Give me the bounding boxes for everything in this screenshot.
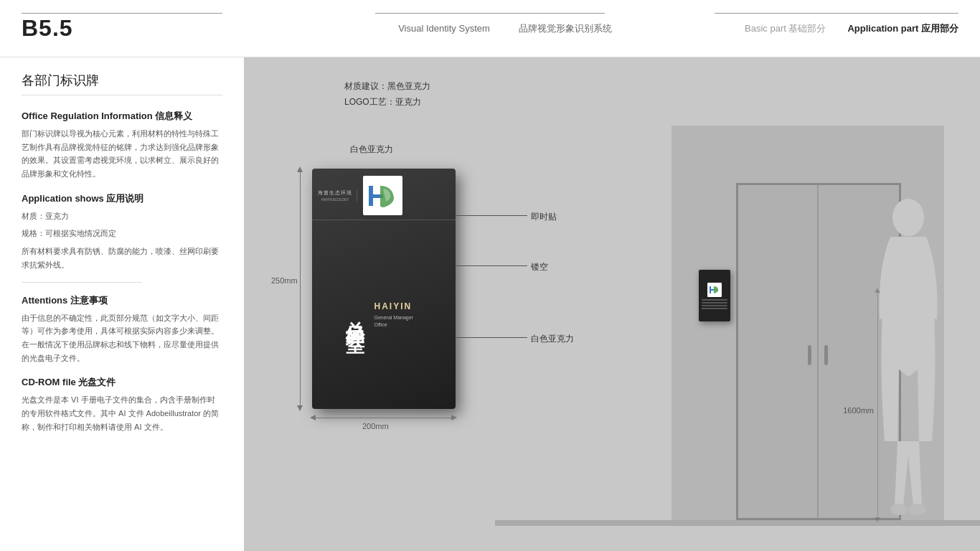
sign-company-block: 海茵生态环境 HAIYIN ECOLOGY [318, 189, 357, 202]
svg-rect-3 [710, 289, 715, 291]
sign-logo-svg [366, 180, 400, 212]
header-center-line [375, 13, 605, 14]
header-right-line [715, 13, 958, 14]
section2-line3: 所有材料要求具有防锈、防腐的能力，喷漆、丝网印刷要求抗紫外线。 [22, 245, 222, 271]
page-number: B5.5 [22, 15, 265, 42]
section2-heading: Application shows 应用说明 [22, 192, 222, 205]
svg-point-6 [909, 504, 926, 515]
dim-v-line [300, 169, 301, 409]
divider-1 [22, 282, 142, 283]
door-handle-left [808, 345, 811, 365]
sign-dept-cn-text: 总经理室 [344, 306, 369, 324]
svg-point-5 [890, 504, 908, 515]
right-panel: 材质建议：黑色亚克力 LOGO工艺：亚克力 白色亚克力 250mm 海茵生态环境… [244, 57, 980, 551]
header-center: Visual Identity System 品牌视觉形象识别系统 [265, 22, 745, 35]
main-section-title: 各部门标识牌 [22, 72, 222, 95]
dim-200-label: 200mm [362, 422, 389, 430]
annot-white-label: 白色亚克力 [531, 333, 574, 345]
sign-brand-name: HAIYIN [374, 301, 413, 311]
person-svg [876, 190, 941, 520]
material-line1: 材质建议：黑色亚克力 [344, 79, 430, 95]
material-line2: LOGO工艺：亚克力 [344, 95, 430, 110]
header-right: Basic part 基础部分 Application part 应用部分 [745, 22, 958, 35]
annot-loucao-line [456, 265, 527, 266]
section3-heading: Attentions 注意事项 [22, 294, 222, 307]
white-acrylic-top-label: 白色亚克力 [350, 143, 393, 156]
sign-header: 海茵生态环境 HAIYIN ECOLOGY [312, 169, 456, 220]
annot-jishi-line [456, 215, 527, 216]
vis-identity-title: Visual Identity System [398, 23, 490, 34]
section2-line1: 材质：亚克力 [22, 209, 222, 223]
floor-line [495, 520, 980, 526]
section4-heading: CD-ROM file 光盘文件 [22, 376, 222, 389]
header-top-line [22, 13, 222, 14]
section1-heading: Office Regulation Information 信息释义 [22, 110, 222, 123]
main-content: 各部门标识牌 Office Regulation Information 信息释… [0, 57, 980, 551]
sign-mockup: 海茵生态环境 HAIYIN ECOLOGY 总经理室 [312, 169, 456, 409]
section3-text: 由于信息的不确定性，此页部分规范（如文字大小、间距等）可作为参考使用，具体可根据… [22, 311, 222, 365]
sign-dept-en-text: General Manager Office [374, 314, 425, 329]
svg-point-4 [892, 199, 924, 236]
dim-1600-line [877, 291, 878, 520]
dim-1600-label: 1600mm [843, 406, 874, 415]
material-labels: 材质建议：黑色亚克力 LOGO工艺：亚克力 [344, 79, 430, 110]
dim-h-arrow-left [310, 415, 316, 420]
sign-body: 总经理室 HAIYIN General Manager Office [312, 220, 456, 409]
header-left: B5.5 [22, 15, 265, 42]
small-wall-sign [699, 270, 730, 321]
sign-logo-box [363, 176, 402, 215]
dim-v-arrow-bottom [297, 405, 303, 411]
door-handle-right [824, 345, 828, 365]
sign-company-en: HAIYIN ECOLOGY [321, 198, 349, 202]
app-part-label: Application part 应用部分 [847, 22, 958, 35]
dim-1600-arrow-bottom [875, 517, 880, 522]
person-silhouette [876, 190, 941, 520]
dim-250-label: 250mm [271, 276, 298, 285]
annot-jishi-label: 即时贴 [531, 211, 557, 223]
basic-part-label: Basic part 基础部分 [745, 22, 826, 35]
door-panel-left [738, 185, 819, 518]
sign-dept-info: HAIYIN General Manager Office [374, 301, 425, 329]
dim-1600-arrow-top [875, 288, 880, 293]
dim-v-arrow-top [297, 166, 303, 172]
sign-company-cn: 海茵生态环境 [318, 189, 352, 197]
annot-white-line [456, 337, 527, 338]
small-sign-logo [707, 283, 722, 297]
header: B5.5 Visual Identity System 品牌视觉形象识别系统 B… [0, 0, 980, 57]
annot-loucao-label: 镂空 [531, 261, 548, 273]
brand-cn-title: 品牌视觉形象识别系统 [519, 22, 612, 35]
small-sign-lines [702, 299, 727, 309]
left-panel: 各部门标识牌 Office Regulation Information 信息释… [0, 57, 244, 551]
section1-text: 部门标识牌以导视为核心元素，利用材料的特性与特殊工艺制作具有品牌视觉特征的铭牌，… [22, 127, 222, 181]
dim-h-line [312, 418, 456, 418]
section2-line2: 规格：可根据实地情况而定 [22, 227, 222, 240]
dim-h-arrow-right [451, 415, 457, 420]
section4-text: 光盘文件是本 VI 手册电子文件的集合，内含手册制作时的专用软件格式文件。其中 … [22, 393, 222, 433]
